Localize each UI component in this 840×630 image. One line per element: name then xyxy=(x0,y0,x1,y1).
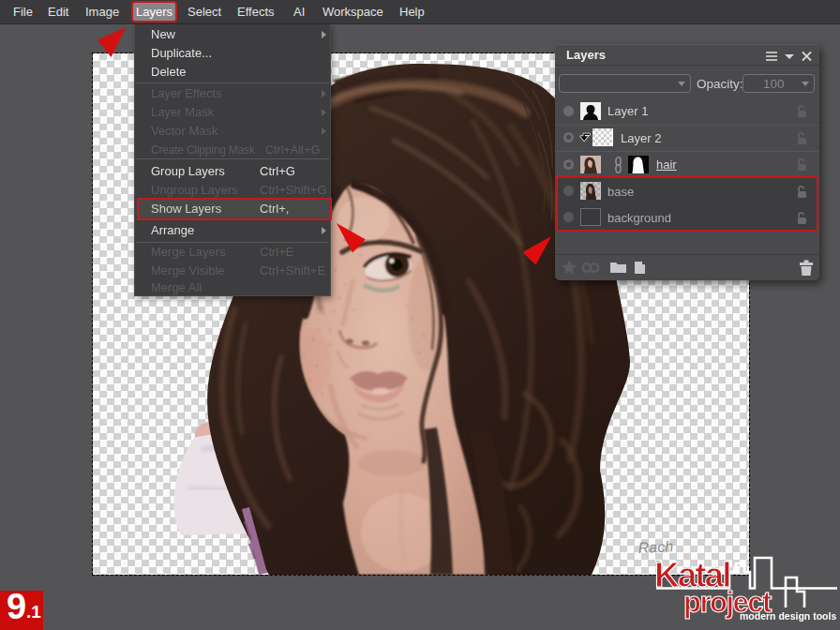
svg-text:modern design tools: modern design tools xyxy=(740,610,836,622)
